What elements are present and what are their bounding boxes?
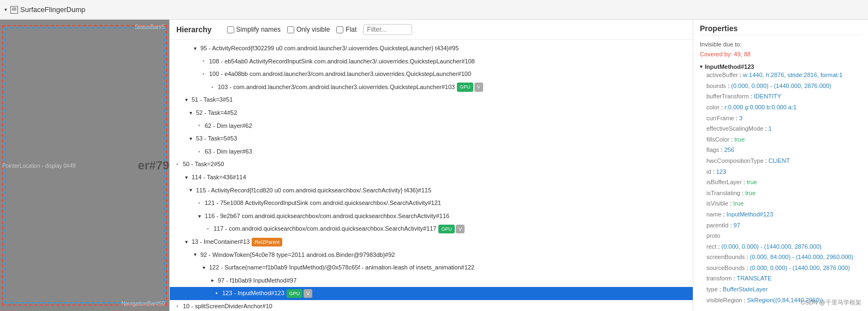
prop-item: proto bbox=[700, 231, 861, 242]
node-text: 62 - Dim layer#62 bbox=[205, 121, 252, 131]
tree-node[interactable]: •63 - Dim layer#63 bbox=[170, 145, 693, 159]
tree-chevron[interactable]: ▸ bbox=[211, 276, 218, 285]
collapse-chevron[interactable]: ▾ bbox=[4, 7, 7, 13]
tree-node[interactable]: ▾115 - ActivityRecord{f1cd820 u0 com.and… bbox=[170, 184, 693, 197]
app-title: SurfaceFlingerDump bbox=[20, 5, 85, 14]
tree-chevron[interactable]: ▾ bbox=[198, 212, 205, 221]
prop-value: (0.000, 84.000) - (1440.000, 2960.000) bbox=[750, 254, 854, 260]
tree-chevron[interactable]: • bbox=[198, 121, 205, 130]
prop-value: TRANSLATE bbox=[736, 275, 771, 281]
tree-node[interactable]: ▾92 - WindowToken{54c0e78 type=2011 andr… bbox=[170, 249, 693, 262]
tree-node[interactable]: •10 - splitScreenDividerAnchor#10 bbox=[170, 300, 693, 311]
tree-chevron[interactable]: • bbox=[198, 148, 205, 156]
tree-chevron[interactable]: • bbox=[203, 57, 209, 66]
tree-node[interactable]: ▾52 - Task=4#52 bbox=[170, 107, 693, 120]
tree-node[interactable]: •121 - 75e1008 ActivityRecordInputSink c… bbox=[170, 197, 693, 210]
tree-node[interactable]: •50 - Task=2#50 bbox=[170, 158, 693, 171]
prop-key: flags bbox=[706, 146, 719, 153]
prop-value: true bbox=[747, 179, 757, 185]
tree-chevron[interactable]: ▾ bbox=[189, 134, 196, 143]
tree-node[interactable]: ▸97 - f1b0ab9 InputMethod#97 bbox=[170, 274, 693, 287]
prop-key: bufferTransform bbox=[706, 93, 749, 99]
tree-chevron[interactable]: ▾ bbox=[189, 109, 196, 118]
document-icon bbox=[10, 6, 18, 14]
prop-item: isVisible : true bbox=[700, 198, 861, 209]
invisible-notice: Invisible due to: Covered by: 49, 88 bbox=[700, 40, 861, 59]
tree-chevron[interactable]: ▾ bbox=[194, 250, 200, 259]
tree-node[interactable]: •62 - Dim layer#62 bbox=[170, 120, 693, 133]
preview-inner: StatusBar#5 NavigationBar#50 PointerLoca… bbox=[0, 20, 169, 311]
tree-node[interactable]: •100 - e4a08bb com.android.launcher3/com… bbox=[170, 68, 693, 81]
flat-checkbox[interactable] bbox=[336, 26, 343, 33]
node-text: 97 - f1b0ab9 InputMethod#97 bbox=[218, 276, 296, 286]
prop-section-name: InputMethod#123 bbox=[705, 63, 754, 70]
prop-key: type bbox=[706, 286, 718, 292]
tree-chevron[interactable]: • bbox=[203, 70, 209, 79]
prop-section-header[interactable]: ▾ InputMethod#123 bbox=[700, 63, 861, 70]
node-text: 50 - Task=2#50 bbox=[183, 160, 224, 169]
preview-pointer-label: PointerLocation - display 0#49 bbox=[0, 161, 78, 169]
tree-chevron[interactable]: ▾ bbox=[194, 44, 200, 53]
tree-chevron[interactable]: ▾ bbox=[185, 238, 192, 247]
node-text: 122 - Surface(name=f1b0ab9 InputMethod)/… bbox=[209, 263, 474, 273]
prop-value: IDENTITY bbox=[754, 93, 781, 99]
gpu-badge: GPU bbox=[438, 225, 455, 233]
tree-chevron[interactable]: • bbox=[216, 289, 222, 298]
prop-item: bufferTransform : IDENTITY bbox=[700, 91, 861, 102]
prop-value: 97 bbox=[734, 222, 740, 228]
filter-input[interactable] bbox=[363, 24, 412, 35]
simplify-names-group[interactable]: Simplify names bbox=[227, 26, 281, 33]
tree-node[interactable]: ▾122 - Surface(name=f1b0ab9 InputMethod)… bbox=[170, 261, 693, 274]
tree-chevron[interactable]: • bbox=[176, 302, 183, 311]
only-visible-checkbox[interactable] bbox=[287, 26, 294, 33]
prop-value: 123 bbox=[716, 168, 726, 175]
tree-node[interactable]: ▾51 - Task=3#51 bbox=[170, 93, 693, 107]
tree-chevron[interactable]: ▾ bbox=[203, 263, 209, 272]
tree-node[interactable]: ▾116 - 9e2b67 com.android.quicksearchbox… bbox=[170, 210, 693, 223]
tree-chevron[interactable]: • bbox=[211, 83, 218, 92]
node-text: 103 - com.android.launcher3/com.android.… bbox=[218, 83, 455, 92]
top-bar: ▾ SurfaceFlingerDump bbox=[0, 0, 868, 20]
node-text: 95 - ActivityRecord{f302299 u0 com.andro… bbox=[200, 44, 459, 54]
node-text: 108 - eb54ab0 ActivityRecordInputSink co… bbox=[209, 57, 475, 67]
simplify-names-checkbox[interactable] bbox=[227, 26, 234, 33]
node-text: 10 - splitScreenDividerAnchor#10 bbox=[183, 302, 272, 311]
prop-key: color bbox=[706, 104, 720, 110]
prop-item: type : BufferStateLayer bbox=[700, 284, 861, 295]
tree-node[interactable]: ▾114 - Task=436#114 bbox=[170, 171, 693, 184]
properties-panel: Properties Invisible due to: Covered by:… bbox=[693, 20, 868, 311]
tree-node[interactable]: •108 - eb54ab0 ActivityRecordInputSink c… bbox=[170, 55, 693, 68]
only-visible-group[interactable]: Only visible bbox=[287, 26, 330, 33]
v-badge: V bbox=[456, 225, 465, 233]
tree-node[interactable]: ▾53 - Task=5#53 bbox=[170, 132, 693, 145]
tree-chevron[interactable]: ▾ bbox=[189, 186, 196, 195]
tree-chevron[interactable]: ▾ bbox=[185, 173, 192, 182]
tree-chevron[interactable]: ▾ bbox=[185, 96, 192, 104]
tree-node[interactable]: •123 - InputMethod#123GPUV bbox=[170, 287, 693, 300]
prop-key: isTranslating bbox=[706, 190, 740, 196]
invisible-title: Invisible due to: bbox=[700, 41, 741, 48]
node-text: 51 - Task=3#51 bbox=[192, 95, 233, 105]
prop-value: (0.000, 0.000) - (1440.000, 2876.000) bbox=[750, 265, 850, 271]
hierarchy-content[interactable]: ▾95 - ActivityRecord{f302299 u0 com.andr… bbox=[170, 40, 693, 311]
prop-value: true bbox=[745, 190, 756, 196]
tree-chevron[interactable]: • bbox=[176, 160, 183, 169]
prop-value: (0.000, 0.000) - (1440.000, 2876.000) bbox=[722, 243, 822, 250]
flat-group[interactable]: Flat bbox=[336, 26, 356, 33]
prop-value: 1 bbox=[769, 125, 772, 132]
only-visible-label: Only visible bbox=[296, 26, 330, 33]
tree-chevron[interactable]: • bbox=[198, 199, 205, 208]
tree-node[interactable]: ▾13 - ImeContainer#13RelZParent bbox=[170, 236, 693, 249]
tree-node[interactable]: ▾95 - ActivityRecord{f302299 u0 com.andr… bbox=[170, 42, 693, 55]
prop-key: transform bbox=[706, 275, 732, 281]
tree-chevron[interactable]: • bbox=[207, 225, 213, 233]
covered-by: Covered by: 49, 88 bbox=[700, 51, 751, 57]
prop-item: effectiveScalingMode : 1 bbox=[700, 124, 861, 134]
tree-node[interactable]: •103 - com.android.launcher3/com.android… bbox=[170, 81, 693, 94]
prop-section-chevron: ▾ bbox=[700, 64, 703, 69]
prop-key: rect bbox=[706, 243, 716, 250]
hierarchy-panel: Hierarchy Simplify names Only visible Fl… bbox=[169, 20, 693, 311]
prop-value: BufferStateLayer bbox=[723, 286, 768, 292]
prop-key: isVisible bbox=[706, 200, 728, 207]
tree-node[interactable]: •117 - com.android.quicksearchbox/com.an… bbox=[170, 222, 693, 236]
